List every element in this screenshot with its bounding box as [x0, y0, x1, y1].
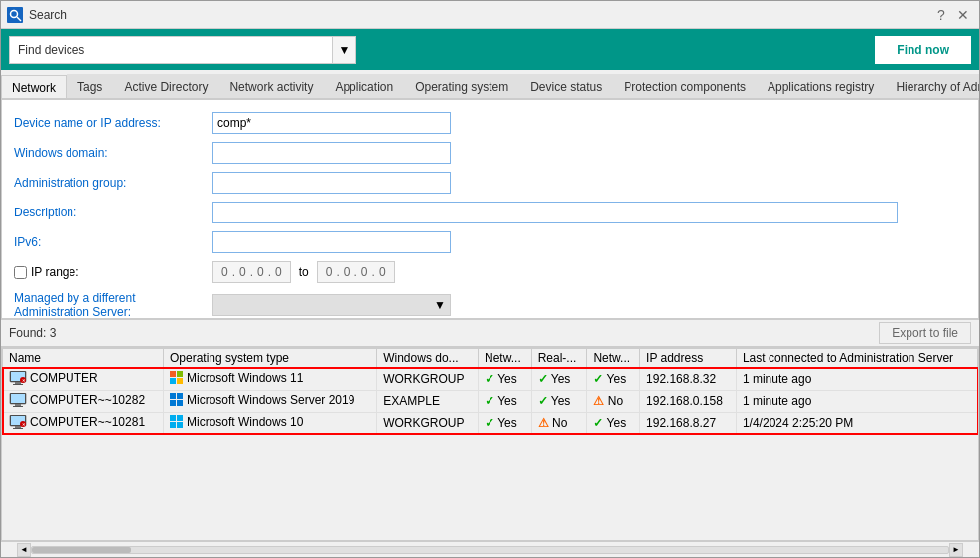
description-input[interactable] [212, 202, 898, 223]
computer-icon: ✕ [9, 415, 27, 429]
row-domain: WORKGROUP [377, 412, 479, 434]
title-bar-left: Search [7, 7, 67, 23]
scrollbar-thumb[interactable] [32, 547, 131, 553]
tab-network[interactable]: Network [1, 75, 67, 99]
find-devices-dropdown[interactable]: Find devices ▼ [9, 36, 356, 64]
scroll-right-button[interactable]: ► [949, 543, 963, 557]
row-domain: WORKGROUP [377, 368, 479, 390]
admin-group-label: Administration group: [14, 176, 212, 190]
col-ip[interactable]: IP address [640, 348, 737, 368]
main-window: Search ? ✕ Find devices ▼ Find now Netwo… [0, 0, 980, 558]
row-netw1: ✓ Yes [479, 368, 532, 390]
col-netw2[interactable]: Netw... [587, 348, 640, 368]
found-count: Found: 3 [9, 326, 56, 340]
svg-rect-23 [15, 426, 21, 428]
tab-hierarchy[interactable]: Hierarchy of Administration Servers [885, 74, 979, 98]
col-windows-domain[interactable]: Windows do... [377, 348, 479, 368]
managed-dropdown[interactable]: ▼ [212, 294, 451, 316]
description-label: Description: [14, 206, 212, 219]
ip-from-input[interactable]: 0 . 0 . 0 . 0 [212, 261, 291, 283]
row-real: ✓ Yes [531, 390, 587, 412]
row-ip: 192.168.0.158 [640, 390, 737, 412]
tab-device-status[interactable]: Device status [519, 74, 613, 98]
content-area: Device name or IP address: Windows domai… [1, 99, 979, 319]
admin-group-row: Administration group: [14, 172, 966, 194]
tab-operating-system[interactable]: Operating system [404, 74, 519, 98]
tab-network-activity[interactable]: Network activity [218, 74, 324, 98]
ip-range-inputs: 0 . 0 . 0 . 0 to 0 . 0 . 0 . 0 [212, 261, 395, 283]
toolbar: Find devices ▼ Find now [1, 29, 979, 70]
scrollbar-track[interactable] [31, 546, 949, 554]
tab-active-directory[interactable]: Active Directory [113, 74, 218, 98]
svg-rect-30 [177, 422, 183, 428]
ip-to-input[interactable]: 0 . 0 . 0 . 0 [317, 261, 395, 283]
dropdown-label: Find devices [10, 43, 332, 57]
col-os-type[interactable]: Operating system type [163, 348, 376, 368]
tab-applications-registry[interactable]: Applications registry [757, 74, 885, 98]
managed-row: Managed by a different Administration Se… [14, 291, 966, 319]
row-last-connected: 1 minute ago [736, 368, 977, 390]
table-row[interactable]: ✕ COMPUTER~~10281 [3, 412, 978, 434]
row-netw1: ✓ Yes [479, 390, 532, 412]
table-header-row: Name Operating system type Windows do...… [3, 348, 978, 368]
row-real: ✓ Yes [531, 368, 587, 390]
col-netw1[interactable]: Netw... [479, 348, 532, 368]
table-row[interactable]: ✕ COMPUTER [3, 368, 978, 390]
tab-application[interactable]: Application [324, 74, 404, 98]
svg-rect-9 [170, 371, 176, 377]
row-real: ⚠ No [531, 412, 587, 434]
row-name: ✕ COMPUTER [3, 368, 164, 390]
col-real[interactable]: Real-... [531, 348, 587, 368]
find-now-button[interactable]: Find now [875, 36, 971, 64]
col-last-connected[interactable]: Last connected to Administration Server [736, 348, 977, 368]
title-bar: Search ? ✕ [1, 1, 979, 29]
svg-rect-12 [177, 378, 183, 384]
scroll-left-button[interactable]: ◄ [17, 543, 31, 557]
tab-protection-components[interactable]: Protection components [613, 74, 757, 98]
results-container[interactable]: Name Operating system type Windows do...… [1, 347, 979, 542]
help-button[interactable]: ? [931, 5, 951, 25]
svg-rect-6 [13, 384, 23, 385]
ip-range-checkbox[interactable] [14, 266, 27, 279]
svg-rect-28 [177, 415, 183, 421]
row-os: Microsoft Windows Server 2019 [163, 390, 376, 412]
computer-icon: ✕ [9, 371, 27, 385]
device-name-input[interactable] [212, 112, 451, 134]
svg-rect-5 [15, 382, 21, 384]
row-ip: 192.168.8.27 [640, 412, 737, 434]
windows-server-icon [170, 393, 184, 407]
row-last-connected: 1 minute ago [736, 390, 977, 412]
row-name: COMPUTER~~10282 [3, 390, 164, 412]
svg-rect-27 [170, 415, 176, 421]
ip-range-label: IP range: [31, 265, 78, 279]
export-button[interactable]: Export to file [879, 322, 971, 344]
svg-rect-18 [177, 393, 183, 399]
description-row: Description: [14, 202, 966, 223]
svg-rect-16 [13, 406, 23, 407]
svg-rect-29 [170, 422, 176, 428]
horizontal-scrollbar[interactable]: ◄ ► [1, 541, 979, 557]
results-table: Name Operating system type Windows do...… [2, 348, 978, 435]
col-name[interactable]: Name [3, 348, 164, 368]
windows-domain-input[interactable] [212, 142, 451, 164]
results-bar: Found: 3 Export to file [1, 319, 979, 347]
tabs-bar: Network Tags Active Directory Network ac… [1, 70, 979, 99]
svg-rect-15 [15, 404, 21, 406]
ipv6-input[interactable] [212, 231, 451, 253]
svg-rect-24 [13, 428, 23, 429]
svg-rect-19 [170, 400, 176, 406]
table-row[interactable]: COMPUTER~~10282 Mi [3, 390, 978, 412]
dropdown-arrow-icon[interactable]: ▼ [332, 37, 355, 63]
svg-rect-20 [177, 400, 183, 406]
close-button[interactable]: ✕ [953, 5, 973, 25]
row-ip: 192.168.8.32 [640, 368, 737, 390]
row-name: ✕ COMPUTER~~10281 [3, 412, 164, 434]
row-domain: EXAMPLE [377, 390, 479, 412]
main-layout: Device name or IP address: Windows domai… [1, 99, 979, 557]
windows-domain-row: Windows domain: [14, 142, 966, 164]
tab-tags[interactable]: Tags [67, 74, 113, 98]
managed-dropdown-arrow-icon: ▼ [434, 298, 446, 312]
device-name-row: Device name or IP address: [14, 112, 966, 134]
svg-rect-10 [177, 371, 183, 377]
admin-group-input[interactable] [212, 172, 451, 194]
